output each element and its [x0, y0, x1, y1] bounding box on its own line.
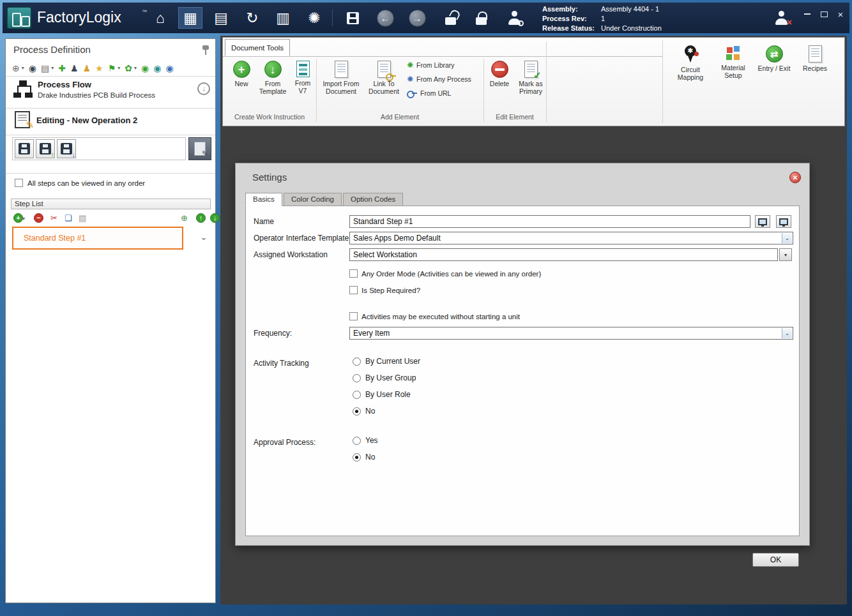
logout-user-button[interactable]: × [769, 7, 793, 29]
sync-button[interactable]: ↻ [240, 7, 264, 29]
link-to-document-button[interactable]: Link To Document [365, 61, 403, 95]
process-definition-button[interactable]: ▦ [178, 7, 202, 29]
globe-icon[interactable]: ◉ [29, 63, 36, 73]
workstation-label: Assigned Workstation [254, 248, 328, 261]
tab-color-coding[interactable]: Color Coding [284, 193, 342, 206]
add-step-caret-icon[interactable]: ▾ [22, 216, 25, 222]
move-down-icon[interactable]: ↓ [210, 213, 220, 223]
start-icon[interactable]: ◉ [141, 63, 149, 73]
flag-icon[interactable]: ⚑ [108, 63, 116, 73]
editor-button[interactable] [755, 215, 770, 228]
home-button[interactable]: ⌂ [148, 7, 172, 29]
tab-basics[interactable]: Basics [245, 193, 282, 206]
minimize-button[interactable] [800, 8, 815, 20]
close-dialog-button[interactable]: ✕ [789, 172, 801, 183]
edit-work-instruction-button[interactable]: ✎ [188, 137, 211, 160]
from-any-process-button[interactable]: ✺ From Any Process [407, 73, 471, 85]
from-template-button[interactable]: ↓ From Template [257, 61, 289, 95]
preview-button[interactable] [776, 215, 791, 228]
back-button[interactable]: ← [373, 7, 397, 29]
delete-button[interactable]: Delete [486, 61, 513, 87]
theme-icon[interactable]: ✿ [125, 63, 132, 73]
approval-no-label: No [365, 453, 375, 462]
tab-document-tools[interactable]: Document Tools [225, 39, 290, 56]
radio-approval-yes[interactable] [353, 437, 361, 445]
pin-icon[interactable] [202, 45, 209, 56]
from-v7-button[interactable]: From V7 [290, 61, 316, 94]
activities-checkbox[interactable] [349, 312, 358, 320]
new-button[interactable]: + New [227, 61, 255, 87]
recipes-button[interactable]: Recipes [798, 45, 832, 72]
chevron-down-icon[interactable]: ⌄ [782, 233, 792, 243]
settings-button[interactable]: ✺ [302, 7, 326, 29]
close-window-button[interactable]: × [833, 8, 848, 20]
import-step-button[interactable]: ↑ [36, 139, 55, 158]
delete-label: Delete [490, 80, 509, 87]
import-from-document-button[interactable]: Import From Document [320, 61, 362, 95]
entry-exit-button[interactable]: ⇄ Entry / Exit [754, 45, 794, 72]
assembly-info: Assembly:Assembly 4404 - 1 Process Rev:1… [542, 4, 662, 33]
circuit-mapping-button[interactable]: ✱ Circuit Mapping [669, 45, 712, 81]
material-setup-button[interactable]: Material Setup [715, 45, 752, 79]
save-import-icon [40, 143, 51, 154]
add-icon[interactable]: ⊕ [12, 63, 20, 73]
user-icon[interactable]: ♟ [70, 63, 79, 73]
workstation-dropdown-button[interactable]: ▾ [779, 248, 792, 261]
collapse-section-button[interactable]: ↓ [197, 82, 210, 95]
unlock-button[interactable] [438, 7, 462, 29]
cut-icon[interactable]: ✂ [50, 213, 57, 223]
link-document-icon [377, 61, 391, 78]
flag-caret-icon[interactable]: ▾ [118, 63, 120, 73]
from-v7-label: From V7 [290, 79, 316, 94]
zoom-step-icon[interactable]: ⊕ [181, 213, 188, 223]
circuit-mapping-label: Circuit Mapping [669, 66, 712, 81]
activities-label: Activities may be executed without start… [361, 313, 520, 320]
save-button[interactable] [340, 7, 365, 29]
activity-tracking-label: Activity Tracking [254, 357, 309, 370]
forward-button[interactable]: → [405, 7, 429, 29]
any-order-mode-checkbox[interactable] [349, 269, 358, 278]
save-step-button[interactable] [15, 139, 34, 158]
chevron-down-icon[interactable]: ⌄ [782, 328, 792, 338]
plugin-icon[interactable]: ✚ [58, 63, 66, 73]
paste-icon[interactable]: ▤ [79, 213, 86, 223]
frequency-dropdown[interactable]: Every Item ⌄ [349, 327, 793, 340]
maximize-button[interactable] [816, 8, 832, 20]
add-caret-icon[interactable]: ▾ [22, 63, 24, 73]
from-url-button[interactable]: From URL [407, 87, 451, 99]
export-step-button[interactable]: ↓ [57, 139, 76, 158]
ok-button[interactable]: OK [752, 553, 799, 567]
step-required-checkbox[interactable] [349, 286, 358, 294]
tab-option-codes[interactable]: Option Codes [343, 193, 403, 206]
mark-as-primary-button[interactable]: ✓ Mark as Primary [514, 61, 547, 95]
user-gold-icon[interactable]: ♟ [83, 63, 91, 73]
radio-approval-no[interactable] [353, 453, 361, 462]
radio-by-current-user[interactable] [353, 357, 361, 366]
remove-step-icon[interactable]: − [34, 213, 43, 223]
status-icon[interactable]: ◉ [153, 63, 161, 73]
name-input[interactable] [349, 215, 750, 228]
add-step-icon[interactable]: + [13, 213, 23, 223]
copy-icon[interactable]: ❏ [65, 213, 72, 223]
radio-by-user-group[interactable] [353, 374, 361, 382]
step-list-item[interactable]: Standard Step #1 [12, 227, 183, 250]
find-user-button[interactable] [502, 7, 526, 29]
documents-button[interactable]: ▤ [209, 7, 233, 29]
favorites-icon[interactable]: ★ [95, 63, 103, 73]
print-icon[interactable]: ▤ [41, 63, 49, 73]
step-chevron-icon[interactable]: ⌄ [200, 232, 208, 242]
from-library-button[interactable]: ✺ From Library [407, 59, 455, 71]
any-order-checkbox[interactable] [15, 179, 23, 187]
theme-caret-icon[interactable]: ▾ [134, 63, 137, 73]
news-button[interactable]: ▥ [271, 7, 295, 29]
info-icon[interactable]: ◉ [165, 63, 173, 73]
template-dropdown[interactable]: Sales Apps Demo Default ⌄ [349, 232, 793, 244]
print-caret-icon[interactable]: ▾ [51, 63, 54, 73]
from-template-label: From Template [257, 80, 289, 95]
workstation-dropdown[interactable]: Select Workstation [349, 248, 778, 261]
from-v7-icon [296, 61, 310, 77]
lock-button[interactable] [469, 7, 493, 29]
radio-activity-no[interactable] [353, 407, 361, 416]
move-up-icon[interactable]: ↑ [196, 213, 206, 223]
radio-by-user-role[interactable] [353, 391, 361, 399]
